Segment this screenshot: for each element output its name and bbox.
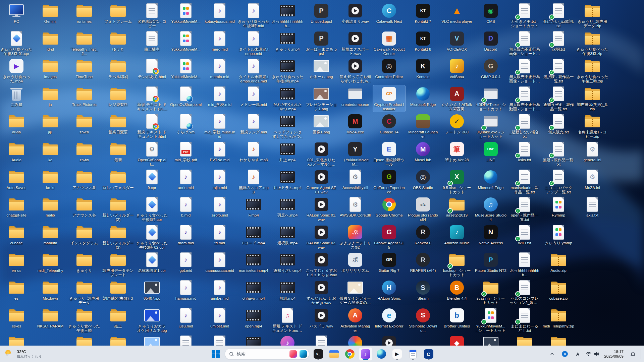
desktop-icon[interactable]: 画像1.png xyxy=(305,113,337,139)
desktop-icon[interactable]: GGIMP 3.0.4 xyxy=(475,57,507,84)
desktop-icon[interactable]: こってむｎｄすおｆｄｓｂらぉ.wav xyxy=(305,251,337,278)
desktop-icon[interactable]: きゅうり食べった午後3時-02.cpr xyxy=(136,224,168,250)
desktop-icon[interactable]: Y（YukkuriMovieM... xyxy=(339,140,371,167)
tray-overflow-button[interactable] xyxy=(546,348,558,360)
desktop-icon[interactable]: 孤独なインディーゲーム開発者の一生... xyxy=(339,279,371,306)
desktop-icon[interactable]: ♪mero.mid xyxy=(204,30,236,57)
desktop-icon[interactable]: sfzPlogue sforzando x64 xyxy=(407,196,439,223)
desktop-icon[interactable] xyxy=(339,334,371,346)
start-button[interactable] xyxy=(209,347,222,361)
taskbar-app-file-explorer[interactable] xyxy=(327,347,341,361)
desktop-icon[interactable]: ✓YukkuriMovieM... - ショートカット xyxy=(475,307,507,334)
desktop-icon[interactable]: ohhayo-.mp4 xyxy=(237,279,270,306)
desktop-icon[interactable]: SSteinberg Downlo... xyxy=(407,307,439,334)
desktop-icon[interactable]: cubase xyxy=(0,224,33,250)
desktop-icon[interactable]: 65407.jpg xyxy=(136,279,168,306)
desktop-icon[interactable]: かるーぃ.png xyxy=(305,57,337,84)
desktop-icon[interactable]: Fコード.mp4 xyxy=(237,224,270,250)
desktop-icon[interactable]: zh-cn xyxy=(68,113,100,139)
desktop-icon[interactable]: BBlender 4.4 xyxy=(441,279,473,306)
desktop-icon[interactable]: ✓万引きメモ.txt - ショートカット xyxy=(508,2,541,29)
desktop-icon[interactable]: F.mp4 xyxy=(237,196,270,223)
desktop[interactable]: PCGeminiruntimesフォトフレーム名称未設定1 - コピーYukku… xyxy=(0,0,644,346)
desktop-icon[interactable]: ◉CMS xyxy=(475,2,507,29)
desktop-icon[interactable]: ✓説明.txt xyxy=(542,30,575,57)
desktop-icon[interactable]: ♪きゅうり食べった午後3時.mid xyxy=(237,2,270,29)
desktop-icon[interactable]: ✓通知うぜえ - 親作品一覧.txt xyxy=(542,85,575,112)
desktop-icon[interactable]: RREAPER (x64) xyxy=(407,251,439,278)
desktop-icon[interactable]: アナウンス冬 xyxy=(68,196,100,223)
desktop-icon[interactable]: ♪umibet.mid xyxy=(204,307,236,334)
taskbar-app-media-player[interactable]: ▶ xyxy=(390,347,404,361)
desktop-icon[interactable]: きゅうり_調声用データ.zip xyxy=(576,2,608,29)
desktop-icon[interactable]: 井上.mp4 xyxy=(271,140,304,167)
desktop-icon[interactable]: PC xyxy=(0,2,33,29)
desktop-icon[interactable]: きゅうり.ymmp xyxy=(542,224,575,250)
desktop-icon[interactable]: YukkuriMovieM... xyxy=(170,57,202,84)
desktop-icon[interactable]: MMoZA.exe xyxy=(339,113,371,139)
desktop-icon[interactable]: 調声練習(失敗)_3.zip xyxy=(576,85,608,112)
desktop-icon[interactable]: ずんだもん_しおかぜぉ.wav xyxy=(305,279,337,306)
desktop-icon[interactable]: プレゼンテーション1.png xyxy=(305,85,337,112)
desktop-icon[interactable]: ♪dram.mid xyxy=(170,224,202,250)
desktop-icon[interactable]: ✓airset2-2019 xyxy=(441,196,473,223)
desktop-icon[interactable]: ✓無題 - 親作品一覧.txt xyxy=(542,140,575,167)
desktop-icon[interactable]: midi_Telepathy.zip xyxy=(542,307,575,334)
desktop-icon[interactable]: ✓無人販売不正行為動画 - ショートカット xyxy=(508,85,541,112)
desktop-icon[interactable]: きゅうり_調声用データ xyxy=(68,279,100,306)
desktop-icon[interactable]: ♪td.mid xyxy=(204,224,236,250)
desktop-icon[interactable]: KKontakt xyxy=(407,57,439,84)
desktop-icon[interactable]: ✓backup - ショートカット xyxy=(441,251,473,278)
desktop-icon[interactable]: 通知うざい.mp4 xyxy=(271,251,304,278)
desktop-icon[interactable]: ◆ xyxy=(441,334,473,346)
desktop-icon[interactable]: Groove Agent SE 01.wav xyxy=(305,168,337,195)
desktop-icon[interactable]: ⚙general.ini xyxy=(576,140,608,167)
desktop-icon[interactable]: TimeTune xyxy=(68,57,100,84)
desktop-icon[interactable]: ◎OBS Studio xyxy=(407,168,439,195)
desktop-icon[interactable]: eInternet Explorer xyxy=(373,307,405,334)
desktop-icon[interactable]: ✓syasinn - ショートカット xyxy=(475,279,507,306)
taskbar-app-notepad[interactable] xyxy=(406,347,420,361)
desktop-icon[interactable]: createdump.exe xyxy=(339,85,371,112)
desktop-icon[interactable] xyxy=(204,334,236,346)
desktop-icon[interactable]: Minecraft Launcher xyxy=(407,113,439,139)
desktop-icon[interactable]: ⚙MoZA.ini xyxy=(576,168,608,195)
desktop-icon[interactable]: ぷぷよぷよ™テトリス®2 xyxy=(339,224,371,250)
desktop-icon[interactable]: open.mp4 xyxy=(237,307,270,334)
desktop-icon[interactable]: ♪hamusu.mid xyxy=(170,279,202,306)
desktop-icon[interactable]: chatgpt-site xyxy=(0,196,33,223)
desktop-icon[interactable]: 答え知ってても知らずいわこれ.wav xyxy=(339,57,371,84)
desktop-icon[interactable]: 最新 xyxy=(102,140,134,167)
desktop-icon[interactable]: 営業日変更 xyxy=(102,113,134,139)
desktop-icon[interactable]: KTKontakt 8 xyxy=(407,30,439,57)
desktop-icon[interactable]: テンポあて.html xyxy=(136,57,168,84)
desktop-icon[interactable]: Track Pictures xyxy=(68,85,100,112)
taskbar-app-cubase[interactable]: C xyxy=(422,347,435,361)
desktop-icon[interactable] xyxy=(237,334,270,346)
desktop-icon[interactable]: ko xyxy=(34,140,66,167)
desktop-icon[interactable]: 新規 テキスト ドキュメント (2).html xyxy=(136,85,168,112)
desktop-icon[interactable]: HALion Sonic 01.wav xyxy=(305,196,337,223)
desktop-icon[interactable]: 名称未設定1 - コピー.zip xyxy=(576,113,608,139)
desktop-icon[interactable]: ▦Cakewalk Product Center xyxy=(373,30,405,57)
weather-widget[interactable]: 32°C 晴れ時々くもり xyxy=(0,346,46,362)
desktop-icon[interactable]: ♪uaaaaaaaaa.mid xyxy=(204,251,236,278)
desktop-icon[interactable]: ◎Controller Editor xyxy=(373,57,405,84)
desktop-icon[interactable] xyxy=(373,334,405,346)
desktop-icon[interactable]: 無題.mp4 xyxy=(271,279,304,306)
desktop-icon[interactable]: HALion Sonic 02.wav xyxy=(305,224,337,250)
desktop-icon[interactable]: cubase.zip xyxy=(542,279,575,306)
search-daily-image-icon[interactable] xyxy=(300,350,307,358)
desktop-icon[interactable]: くらげ.xml xyxy=(170,113,202,139)
desktop-icon[interactable]: ♪PVTNd.mid xyxy=(204,140,236,167)
desktop-icon[interactable]: ar-sa xyxy=(0,113,33,139)
desktop-icon[interactable]: ♪jusu.mid xyxy=(170,307,202,334)
desktop-icon[interactable]: zh-tw xyxy=(68,140,100,167)
desktop-icon[interactable]: ▶きゅうり食べった.mp4 xyxy=(0,57,33,84)
desktop-icon[interactable]: フォトフレーム xyxy=(102,2,134,29)
desktop-icon[interactable]: en-us xyxy=(0,251,33,278)
desktop-icon[interactable]: おっhhhhhhhhhhh... xyxy=(508,251,541,278)
desktop-icon[interactable]: ♫新規 テキスト ドキュメント.musicxml xyxy=(271,307,304,334)
desktop-icon[interactable]: 名称未設定1 - コピー xyxy=(136,2,168,29)
desktop-icon[interactable]: CPCrypton Product Installer xyxy=(373,85,405,112)
